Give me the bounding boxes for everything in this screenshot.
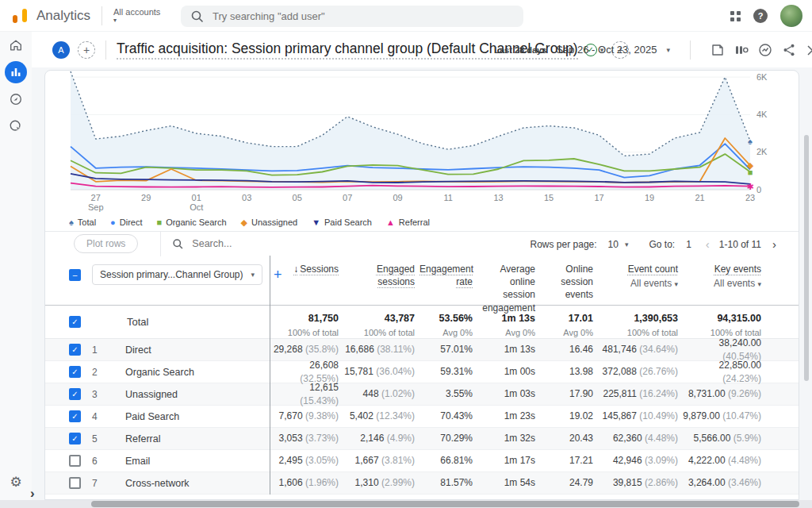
divider — [105, 40, 106, 60]
insights-icon[interactable] — [758, 43, 772, 57]
channel-name: Unassigned — [125, 389, 178, 400]
row-checkbox[interactable]: ✓ — [69, 388, 81, 400]
nav-home[interactable] — [0, 32, 32, 59]
horizontal-scrollbar-track — [0, 500, 812, 508]
horizontal-scrollbar[interactable] — [91, 501, 799, 507]
plot-rows-button[interactable]: Plot rows — [74, 234, 138, 253]
vertical-scrollbar[interactable] — [804, 135, 809, 381]
nav-reports[interactable] — [0, 59, 32, 86]
home-icon — [9, 38, 23, 52]
total-cell: 81,750100% of total — [270, 305, 343, 339]
total-cell: 1,390,653100% of total — [598, 305, 683, 339]
channel-name: Referral — [125, 433, 160, 444]
nav-advertising[interactable] — [0, 113, 32, 140]
rows-per-page-select[interactable]: 10 — [608, 239, 619, 250]
help-icon[interactable]: ? — [753, 9, 768, 23]
select-all-checkbox[interactable]: – — [69, 269, 81, 281]
ga-app-window: Analytics All accounts ▾ ? — [0, 0, 812, 508]
table-row: ✓ 2 Organic Search 26,608 (32.55%)15,781… — [45, 361, 799, 383]
pagination-range: 1-10 of 11 — [719, 239, 761, 250]
legend-label: Total — [78, 217, 96, 227]
metric-cell: 8,731.00 (9.26%) — [683, 381, 766, 406]
account-switcher[interactable]: All accounts ▾ — [113, 7, 160, 25]
clipped-icon[interactable] — [806, 43, 812, 57]
compare-icon[interactable] — [734, 43, 749, 57]
goto-label: Go to: — [649, 239, 675, 250]
chevron-down-icon[interactable]: ▾ — [666, 46, 670, 54]
divider — [102, 6, 102, 25]
prev-page-icon[interactable]: ‹ — [706, 237, 710, 251]
table-search[interactable] — [172, 238, 335, 250]
column-header[interactable]: Engagement rate — [419, 256, 477, 305]
legend-label: Paid Search — [324, 217, 372, 227]
table-row: ✓ 5 Referral 3,053 (3.73%)2,146 (4.9%)70… — [45, 428, 799, 450]
chevron-down-icon[interactable]: ▾ — [625, 241, 629, 248]
total-checkbox[interactable]: ✓ — [69, 316, 81, 328]
dimension-selector[interactable]: Session primary...Channel Group) ▾ — [92, 264, 262, 285]
svg-text:19: 19 — [645, 193, 654, 202]
metric-cell: 1m 03s — [477, 381, 540, 406]
metric-filter[interactable]: All events ▾ — [683, 277, 761, 290]
nav-explore[interactable] — [0, 86, 32, 113]
svg-text:4K: 4K — [756, 110, 768, 119]
workspace-badge[interactable]: A — [52, 41, 70, 59]
product-name: Analytics — [36, 8, 90, 24]
column-header[interactable]: Average online session engagement — [477, 256, 540, 305]
row-checkbox[interactable]: ✓ — [69, 433, 81, 444]
table-row: ✓ 3 Unassigned 12,615 (15.43%)448 (1.02%… — [45, 383, 799, 406]
table-search-input[interactable] — [192, 238, 335, 249]
svg-text:05: 05 — [293, 193, 302, 202]
row-number: 4 — [92, 411, 108, 422]
channel-name: Paid Search — [125, 411, 179, 422]
svg-text:27: 27 — [91, 193, 101, 202]
add-workspace-button[interactable]: + — [78, 41, 95, 59]
column-header[interactable]: Engaged sessions — [343, 256, 419, 305]
legend-item[interactable]: ●Direct — [110, 217, 142, 227]
row-number: 2 — [92, 367, 108, 378]
svg-text:15: 15 — [544, 193, 553, 202]
row-checkbox[interactable]: ✓ — [69, 366, 81, 378]
legend-item[interactable]: ♠Total — [69, 217, 96, 227]
metric-filter[interactable]: All events ▾ — [598, 277, 678, 290]
goto-input[interactable]: 1 — [686, 239, 691, 250]
column-header[interactable]: Event countAll events ▾ — [598, 256, 683, 305]
apps-grid-icon[interactable] — [730, 11, 741, 21]
legend-label: Unassigned — [251, 217, 297, 227]
next-page-icon[interactable]: › — [772, 237, 776, 251]
svg-text:13: 13 — [493, 193, 503, 202]
column-header[interactable]: Online session events — [540, 256, 598, 305]
report-header: A + Traffic acquisition: Session primary… — [32, 32, 812, 67]
notes-icon[interactable] — [710, 43, 725, 57]
legend-item[interactable]: ▼Paid Search — [312, 217, 372, 227]
metric-cell: 81.57% — [419, 476, 477, 489]
total-cell: 1m 13sAvg 0% — [477, 305, 540, 339]
share-icon[interactable] — [782, 43, 796, 57]
channel-name: Direct — [125, 344, 151, 356]
svg-text:29: 29 — [141, 193, 151, 202]
global-search-input[interactable] — [213, 10, 514, 22]
row-checkbox[interactable]: ✓ — [69, 344, 81, 356]
line-chart[interactable]: ♠■◆✱02K4K6K27Sep2901Oct03050709111315171… — [45, 71, 799, 214]
svg-text:09: 09 — [393, 193, 403, 202]
row-checkbox[interactable]: ✓ — [69, 410, 81, 422]
nav-admin[interactable]: ⚙ — [0, 474, 32, 491]
legend-item[interactable]: ◆Unassigned — [241, 217, 298, 227]
row-checkbox[interactable] — [69, 477, 81, 489]
metric-cell: 3,264.00 (3.46%) — [683, 476, 766, 489]
legend-item[interactable]: ▲Referral — [386, 217, 430, 227]
column-header[interactable]: Key eventsAll events ▾ — [683, 256, 766, 305]
channel-name: Cross-network — [125, 478, 190, 489]
divider — [160, 232, 161, 256]
nav-rail: ⚙ — [0, 32, 32, 508]
svg-text:23: 23 — [745, 193, 755, 202]
metric-cell: 4,222.00 (4.48%) — [683, 454, 766, 467]
column-header[interactable]: ↓Sessions — [270, 256, 343, 305]
avatar[interactable] — [780, 5, 802, 27]
legend-item[interactable]: ■Organic Search — [156, 217, 226, 227]
metric-cell: 1m 23s — [477, 410, 540, 422]
svg-text:07: 07 — [343, 193, 352, 202]
row-checkbox[interactable] — [69, 455, 81, 467]
date-range-value[interactable]: Sep 26 - Oct 23, 2025 — [556, 44, 657, 56]
global-search[interactable] — [181, 6, 523, 27]
nav-expand-chevron-icon[interactable]: › — [30, 486, 35, 502]
